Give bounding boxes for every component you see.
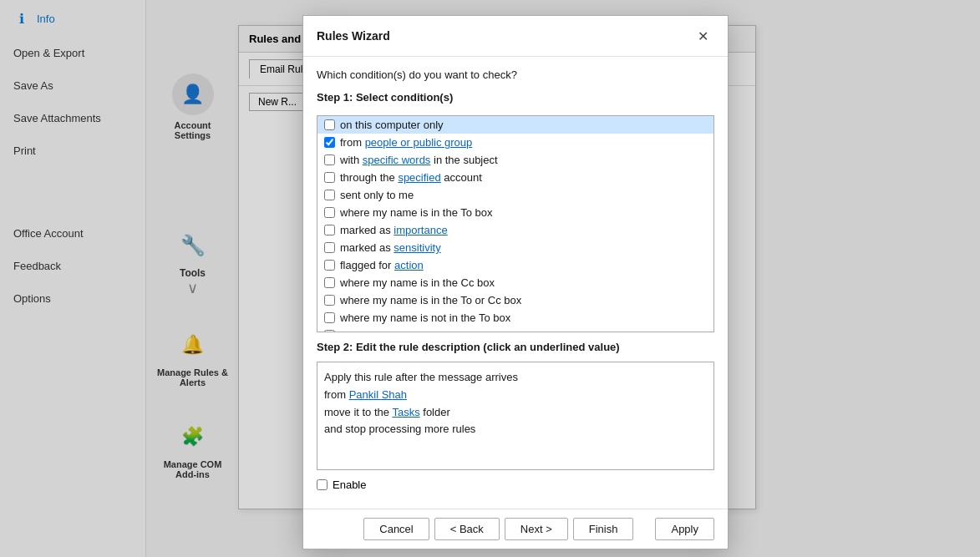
tasks-folder-link[interactable]: Tasks xyxy=(392,406,419,418)
condition-checkbox-through-specified[interactable] xyxy=(324,172,335,183)
rule-desc-line3: move it to the Tasks folder xyxy=(324,404,707,422)
condition-item[interactable]: flagged for action xyxy=(317,256,713,274)
conditions-list[interactable]: on this computer onlyfrom people or publ… xyxy=(317,115,714,332)
condition-link-through-specified[interactable]: specified xyxy=(398,171,440,184)
condition-link-flagged-action[interactable]: action xyxy=(394,259,424,271)
dialog-footer: Cancel < Back Next > Finish Apply xyxy=(303,509,728,549)
condition-item[interactable]: where my name is not in the To box xyxy=(317,309,713,327)
back-button[interactable]: < Back xyxy=(434,518,500,540)
condition-checkbox-name-not-in-to[interactable] xyxy=(324,312,335,323)
condition-item[interactable]: where my name is in the Cc box xyxy=(317,274,713,291)
condition-checkbox-on-this-computer[interactable] xyxy=(324,119,335,130)
condition-link-from-people[interactable]: people or public group xyxy=(365,136,473,149)
dialog-title: Rules Wizard xyxy=(317,29,390,43)
condition-link-marked-sensitivity[interactable]: sensitivity xyxy=(394,241,440,254)
rule-description-box: Apply this rule after the message arrive… xyxy=(317,362,714,470)
condition-checkbox-name-in-cc[interactable] xyxy=(324,277,335,288)
step1-label: Step 1: Select condition(s) xyxy=(317,91,714,104)
enable-row: Enable xyxy=(317,479,714,491)
condition-link-marked-importance[interactable]: importance xyxy=(394,224,447,236)
dialog-body: Which condition(s) do you want to check?… xyxy=(303,57,728,509)
condition-item[interactable]: sent to people or public group xyxy=(317,327,713,332)
rules-wizard-dialog: Rules Wizard ✕ Which condition(s) do you… xyxy=(302,15,729,549)
condition-item[interactable]: marked as sensitivity xyxy=(317,239,713,256)
dialog-question: Which condition(s) do you want to check? xyxy=(317,68,714,81)
rule-desc-line4: and stop processing more rules xyxy=(324,421,707,438)
condition-checkbox-sent-only-to-me[interactable] xyxy=(324,190,335,200)
condition-checkbox-name-in-to-or-cc[interactable] xyxy=(324,295,335,306)
enable-label: Enable xyxy=(333,479,366,491)
next-button[interactable]: Next > xyxy=(505,518,568,540)
condition-checkbox-marked-sensitivity[interactable] xyxy=(324,242,335,253)
condition-checkbox-specific-words-subject[interactable] xyxy=(324,154,335,165)
pankil-shah-link[interactable]: Pankil Shah xyxy=(349,388,407,401)
dialog-titlebar: Rules Wizard ✕ xyxy=(303,16,728,57)
condition-checkbox-marked-importance[interactable] xyxy=(324,225,335,235)
condition-checkbox-name-in-to[interactable] xyxy=(324,207,335,218)
enable-checkbox[interactable] xyxy=(317,479,328,490)
dialog-close-button[interactable]: ✕ xyxy=(691,24,714,48)
condition-item[interactable]: sent only to me xyxy=(317,186,713,204)
condition-checkbox-flagged-action[interactable] xyxy=(324,260,335,271)
condition-item[interactable]: where my name is in the To or Cc box xyxy=(317,291,713,309)
condition-link-specific-words-subject[interactable]: specific words xyxy=(363,154,431,166)
finish-button[interactable]: Finish xyxy=(573,518,634,540)
apply-button[interactable]: Apply xyxy=(655,518,714,540)
condition-checkbox-sent-to-people[interactable] xyxy=(324,330,335,332)
condition-item[interactable]: with specific words in the subject xyxy=(317,151,713,169)
condition-item[interactable]: from people or public group xyxy=(317,134,713,151)
condition-item[interactable]: marked as importance xyxy=(317,221,713,239)
step2-label: Step 2: Edit the rule description (click… xyxy=(317,341,714,353)
condition-link-sent-to-people[interactable]: people or public group xyxy=(376,329,484,332)
condition-item[interactable]: through the specified account xyxy=(317,169,713,186)
condition-item[interactable]: on this computer only xyxy=(317,116,713,134)
cancel-button[interactable]: Cancel xyxy=(363,518,429,540)
rule-desc-line2: from Pankil Shah xyxy=(324,387,707,404)
condition-item[interactable]: where my name is in the To box xyxy=(317,204,713,221)
condition-checkbox-from-people[interactable] xyxy=(324,137,335,148)
rule-desc-line1: Apply this rule after the message arrive… xyxy=(324,369,707,387)
